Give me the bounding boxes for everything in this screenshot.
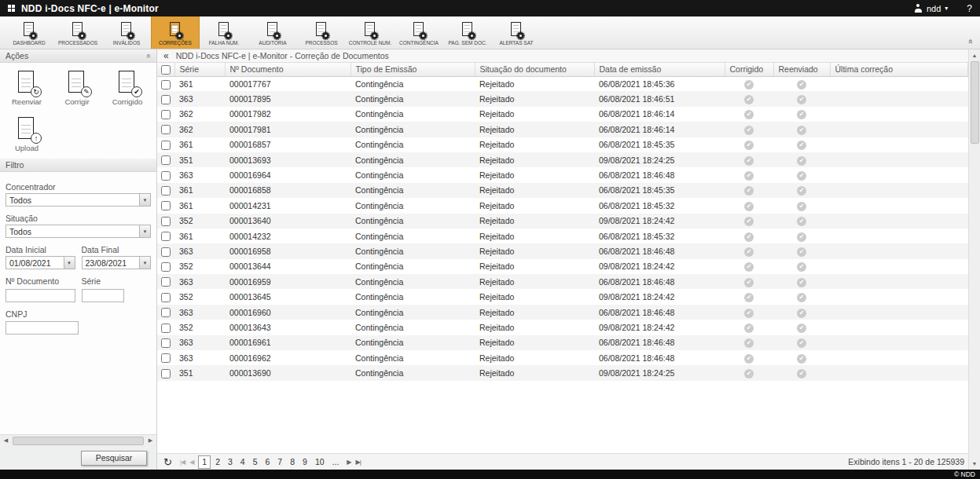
page-number-3[interactable]: 3	[225, 456, 236, 468]
column-header-tipo-de-emissao[interactable]: Tipo de Emissão	[351, 63, 475, 76]
situacao-select[interactable]: Todos ▼	[6, 225, 151, 238]
tab-pag-sem-doc[interactable]: PAG. SEM DOC.	[443, 16, 492, 49]
tab-correcoes[interactable]: CORREÇÕES	[151, 16, 200, 49]
tab-falha-num[interactable]: FALHA NUM.	[200, 16, 248, 49]
action-corrigir[interactable]: ✎Corrigir	[52, 71, 102, 106]
row-checkbox[interactable]	[161, 80, 171, 90]
page-number-10[interactable]: 10	[312, 456, 328, 468]
data-inicial-picker[interactable]: 01/08/2021 ▼	[6, 256, 75, 269]
action-upload[interactable]: ↑Upload	[2, 117, 52, 152]
row-checkbox[interactable]	[161, 262, 171, 272]
serie-input[interactable]	[82, 289, 125, 302]
tab-auditoria[interactable]: AUDITORIA	[248, 16, 297, 49]
table-row[interactable]: 361000017767ContingênciaRejeitado06/08/2…	[157, 76, 968, 91]
calendar-dropdown-icon[interactable]: ▼	[64, 257, 75, 269]
refresh-icon[interactable]: ↻	[163, 456, 172, 468]
row-checkbox[interactable]	[161, 324, 171, 333]
tab-processados[interactable]: PROCESSADOS	[53, 16, 102, 49]
column-header-corrigido[interactable]: Corrigido	[725, 63, 773, 76]
concentrador-select[interactable]: Todos ▼	[6, 193, 151, 207]
select-all-checkbox[interactable]	[161, 65, 171, 75]
row-checkbox[interactable]	[161, 201, 171, 210]
page-number-6[interactable]: 6	[262, 456, 273, 468]
help-button[interactable]: ?	[967, 3, 972, 14]
table-row[interactable]: 352000013640ContingênciaRejeitado09/08/2…	[157, 214, 968, 229]
scrollbar-thumb[interactable]	[13, 437, 144, 445]
tab-processos[interactable]: PROCESSOS	[297, 16, 346, 49]
table-row[interactable]: 352000013643ContingênciaRejeitado09/08/2…	[157, 320, 968, 335]
prev-page-button[interactable]: ◀	[189, 459, 193, 466]
table-row[interactable]: 361000014232ContingênciaRejeitado06/08/2…	[157, 229, 968, 243]
table-vertical-scrollbar[interactable]: ▲ ▼	[968, 49, 980, 470]
row-checkbox[interactable]	[161, 141, 171, 150]
page-number-4[interactable]: 4	[237, 456, 248, 468]
column-header-data-de-emissao[interactable]: Data de emissão	[594, 63, 725, 76]
tab-contingencia[interactable]: CONTINGÊNCIA	[395, 16, 443, 49]
action-reenviar[interactable]: ↻Reenviar	[2, 71, 52, 106]
scrollbar-thumb[interactable]	[971, 61, 979, 144]
table-row[interactable]: 352000013645ContingênciaRejeitado09/08/2…	[157, 289, 968, 304]
cnpj-input[interactable]	[6, 321, 79, 335]
row-checkbox[interactable]	[161, 369, 171, 378]
tab-alertas-sat[interactable]: ALERTAS SAT	[492, 16, 541, 49]
table-row[interactable]: 362000017982ContingênciaRejeitado06/08/2…	[157, 107, 968, 122]
row-checkbox[interactable]	[161, 277, 171, 287]
table-row[interactable]: 361000016857ContingênciaRejeitado06/08/2…	[157, 137, 968, 152]
row-checkbox[interactable]	[161, 338, 171, 348]
page-number-2[interactable]: 2	[212, 456, 223, 468]
next-page-button[interactable]: ▶	[347, 459, 351, 466]
tab-invalidos[interactable]: INVÁLIDOS	[102, 16, 151, 49]
calendar-dropdown-icon[interactable]: ▼	[139, 257, 150, 269]
column-header-reenviado[interactable]: Reenviado	[773, 63, 830, 76]
data-final-picker[interactable]: 23/08/2021 ▼	[82, 256, 152, 269]
user-menu[interactable]: ndd ▾	[914, 4, 948, 13]
table-row[interactable]: 351000013693ContingênciaRejeitado09/08/2…	[157, 152, 968, 167]
row-checkbox[interactable]	[161, 155, 171, 165]
action-corrigido[interactable]: ✔Corrigido	[102, 71, 152, 106]
row-checkbox[interactable]	[161, 247, 171, 257]
table-row[interactable]: 362000017981ContingênciaRejeitado06/08/2…	[157, 122, 968, 137]
table-row[interactable]: 363000016960ContingênciaRejeitado06/08/2…	[157, 305, 968, 320]
page-number-8[interactable]: 8	[287, 456, 298, 468]
column-header-n-documento[interactable]: Nº Documento	[225, 63, 351, 76]
column-header-serie[interactable]: Série	[174, 63, 225, 76]
table-row[interactable]: 363000016958ContingênciaRejeitado06/08/2…	[157, 243, 968, 258]
dropdown-arrow-icon[interactable]: ▼	[139, 194, 150, 206]
table-row[interactable]: 363000016962ContingênciaRejeitado06/08/2…	[157, 350, 968, 365]
table-row[interactable]: 363000016961ContingênciaRejeitado06/08/2…	[157, 335, 968, 350]
sidebar-horizontal-scrollbar[interactable]: ◀ ▶	[0, 434, 156, 446]
tab-dashboard[interactable]: DASHBOARD	[5, 16, 53, 49]
table-row[interactable]: 351000013690ContingênciaRejeitado09/08/2…	[157, 365, 968, 380]
row-checkbox[interactable]	[161, 95, 171, 104]
row-checkbox[interactable]	[161, 125, 171, 134]
table-row[interactable]: 352000013644ContingênciaRejeitado09/08/2…	[157, 259, 968, 274]
table-row[interactable]: 361000014231ContingênciaRejeitado06/08/2…	[157, 198, 968, 213]
page-number-5[interactable]: 5	[250, 456, 261, 468]
row-checkbox[interactable]	[161, 171, 171, 181]
tab-controle-num[interactable]: CONTROLE NUM.	[346, 16, 395, 49]
row-checkbox[interactable]	[161, 353, 171, 363]
scroll-right-icon[interactable]: ▶	[145, 437, 156, 444]
row-checkbox[interactable]	[161, 186, 171, 196]
last-page-button[interactable]: ▶|	[356, 459, 361, 466]
row-checkbox[interactable]	[161, 232, 171, 241]
row-checkbox[interactable]	[161, 293, 171, 302]
table-row[interactable]: 361000016858ContingênciaRejeitado06/08/2…	[157, 183, 968, 198]
collapse-panel-icon[interactable]: »	[145, 53, 153, 58]
table-row[interactable]: 363000017895ContingênciaRejeitado06/08/2…	[157, 91, 968, 106]
column-header-situacao-do-documento[interactable]: Situação do documento	[475, 63, 594, 76]
table-row[interactable]: 363000016959ContingênciaRejeitado06/08/2…	[157, 274, 968, 289]
row-checkbox[interactable]	[161, 308, 171, 317]
scroll-left-icon[interactable]: ◀	[0, 437, 12, 444]
dropdown-arrow-icon[interactable]: ▼	[139, 225, 150, 237]
column-header-ultima-correcao[interactable]: Última correção	[830, 63, 968, 76]
app-grid-icon[interactable]	[8, 5, 15, 12]
row-checkbox[interactable]	[161, 217, 171, 226]
page-number-9[interactable]: 9	[299, 456, 310, 468]
page-number-7[interactable]: 7	[274, 456, 285, 468]
scroll-down-icon[interactable]: ▼	[972, 458, 978, 470]
first-page-button[interactable]: |◀	[180, 459, 185, 466]
documento-input[interactable]	[6, 289, 75, 302]
page-number-1[interactable]: 1	[198, 455, 211, 469]
collapse-sidebar-icon[interactable]: «	[163, 50, 169, 61]
